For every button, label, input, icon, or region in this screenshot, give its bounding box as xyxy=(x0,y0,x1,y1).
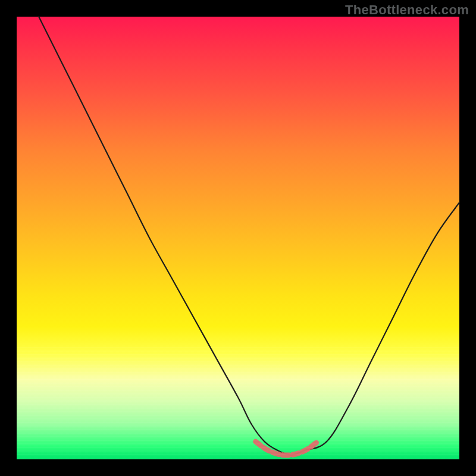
bottleneck-curve xyxy=(39,17,459,455)
chart-frame: TheBottleneck.com xyxy=(0,0,476,476)
optimal-zone xyxy=(256,441,318,455)
curve-layer xyxy=(17,17,459,459)
watermark-text: TheBottleneck.com xyxy=(345,2,469,18)
plot-area xyxy=(17,17,459,459)
